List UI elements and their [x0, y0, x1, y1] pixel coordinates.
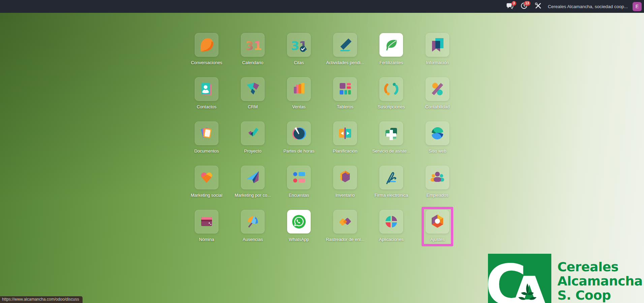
app-marketing-social[interactable]: Marketing social [191, 156, 222, 200]
app-tile [287, 166, 311, 189]
user-avatar[interactable]: E [633, 2, 642, 11]
app-tile [426, 33, 449, 57]
app-inventario[interactable]: Inventario [329, 156, 361, 200]
app-documentos[interactable]: Documentos [191, 111, 222, 156]
app-tile [241, 77, 265, 101]
app-tile [195, 121, 218, 145]
employees-icon [429, 169, 446, 186]
app-label: Fertilizantes [379, 60, 403, 65]
status-url: https://www.alcamancha.com/odoo/discuss [0, 296, 83, 303]
discuss-icon [198, 36, 215, 54]
company-menu[interactable]: Cereales Alcamancha, sociedad coop... [548, 4, 628, 9]
app-tile [379, 210, 403, 233]
app-nomina[interactable]: Nómina [191, 200, 222, 244]
messages-menu-button[interactable]: 3 [503, 0, 517, 13]
app-box: Aplicaciones [375, 207, 407, 246]
email-marketing-icon [244, 169, 262, 186]
whatsapp-icon [290, 213, 308, 230]
app-tile [287, 210, 311, 233]
contacts-icon [198, 80, 215, 98]
knowledge-icon [429, 36, 446, 54]
crm-icon [244, 80, 262, 98]
app-tile [195, 166, 218, 189]
app-grid: Conversaciones 31 Calendario 31 Citas Ac… [184, 23, 461, 244]
svg-text:3: 3 [291, 39, 299, 53]
app-fertilizantes[interactable]: Fertilizantes [375, 23, 407, 67]
app-box: Contactos [191, 74, 222, 114]
app-whatsapp[interactable]: WhatsApp [283, 200, 315, 244]
app-box: Ausencias [237, 207, 269, 246]
app-partes-de-horas[interactable]: Partes de horas [283, 111, 315, 156]
monogram-letter-a: A [510, 266, 549, 303]
tools-icon [534, 2, 542, 11]
desktop-background: Conversaciones 31 Calendario 31 Citas Ac… [0, 13, 644, 303]
app-tile [241, 121, 265, 145]
inventory-icon [336, 169, 354, 186]
app-citas[interactable]: 31 Citas [283, 23, 315, 67]
svg-text:3: 3 [245, 39, 254, 53]
app-calendario[interactable]: 31 Calendario [237, 23, 269, 67]
payroll-icon [198, 213, 215, 230]
app-contactos[interactable]: Contactos [191, 67, 222, 111]
app-label: Citas [294, 60, 304, 65]
app-servicio-asistencia[interactable]: Servicio de asiste... [375, 111, 407, 156]
app-label: Documentos [194, 148, 219, 154]
helpdesk-icon [382, 125, 400, 142]
dashboards-icon [336, 80, 354, 98]
app-aplicaciones[interactable]: Aplicaciones [375, 200, 407, 244]
app-tile [333, 121, 357, 145]
settings-icon [429, 213, 446, 230]
app-label: Planificación [333, 148, 358, 154]
calendar-icon: 31 [244, 36, 262, 54]
app-conversaciones[interactable]: Conversaciones [191, 23, 222, 67]
brand-logo: C A Cereales Alcamancha S. Coop [488, 254, 643, 303]
app-label: Tableros [337, 104, 353, 109]
app-ausencias[interactable]: Ausencias [237, 200, 269, 244]
app-label: Actividades pendi... [326, 60, 364, 65]
app-rastreador-enlaces[interactable]: Rastreador de enl... [329, 200, 361, 244]
app-tableros[interactable]: Tableros [329, 67, 361, 111]
sales-icon [290, 80, 308, 98]
app-planificacion[interactable]: Planificación [329, 111, 361, 156]
app-tile [195, 77, 218, 101]
app-label: Empleados [426, 193, 448, 198]
surveys-icon [290, 169, 308, 186]
app-actividades[interactable]: Actividades pendi... [329, 23, 361, 67]
app-tile [195, 33, 218, 57]
apps-icon [382, 213, 400, 230]
app-tile [287, 77, 311, 101]
app-crm[interactable]: CRM [237, 67, 269, 111]
app-ventas[interactable]: Ventas [283, 67, 315, 111]
app-contabilidad[interactable]: Contabilidad [422, 67, 453, 111]
app-sitio-web[interactable]: Sitio web [422, 111, 453, 156]
activities-menu-button[interactable]: 13 [517, 0, 531, 13]
app-label: Marketing social [191, 193, 222, 198]
app-label: Proyecto [244, 148, 261, 154]
app-tile: 31 [287, 33, 311, 57]
app-label: Inventario [335, 193, 355, 198]
app-ajustes[interactable]: Ajustes [422, 200, 453, 244]
app-box: Ventas [283, 74, 315, 114]
activities-badge: 13 [524, 1, 530, 6]
todo-icon [336, 36, 354, 54]
app-proyecto[interactable]: Proyecto [237, 111, 269, 156]
app-label: Información [426, 60, 449, 65]
app-tile [426, 121, 449, 145]
app-box: Partes de horas [283, 118, 315, 158]
app-informacion[interactable]: Información [422, 23, 453, 67]
app-label: Ventas [292, 104, 306, 109]
app-box: Conversaciones [191, 30, 222, 70]
app-suscripciones[interactable]: Suscripciones [375, 67, 407, 111]
app-box: Rastreador de enl... [329, 207, 361, 246]
app-empleados[interactable]: Empleados [422, 156, 453, 200]
app-marketing-correo[interactable]: Marketing por co... [237, 156, 269, 200]
app-tile [426, 210, 449, 233]
app-firma-electronica[interactable]: Firma electrónica [375, 156, 407, 200]
app-tile [379, 33, 403, 57]
app-box: Actividades pendi... [329, 30, 361, 70]
debug-tools-button[interactable] [531, 0, 545, 13]
app-tile [426, 166, 449, 189]
app-box: Firma electrónica [375, 163, 407, 202]
app-encuestas[interactable]: Encuestas [283, 156, 315, 200]
app-label: CRM [248, 104, 258, 109]
